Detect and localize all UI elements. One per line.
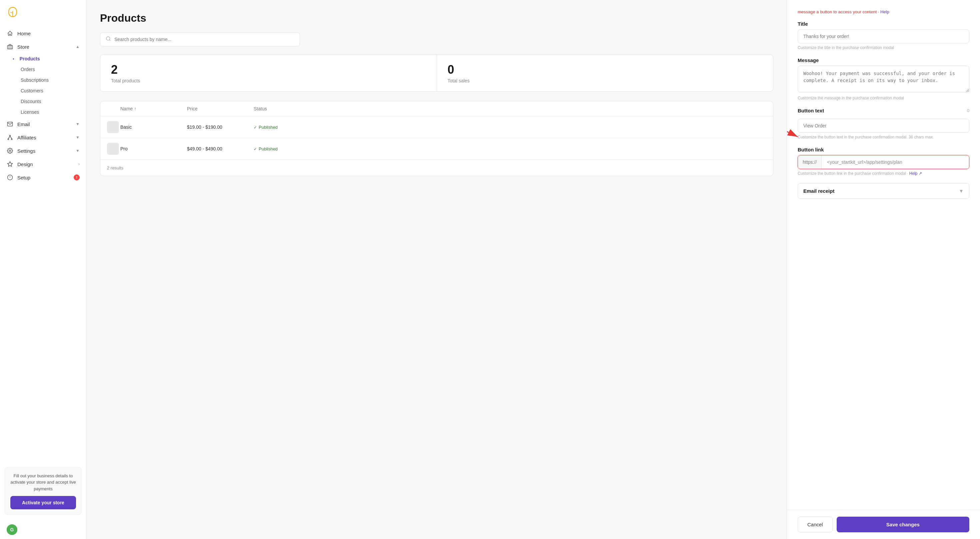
svg-point-3 xyxy=(11,139,12,140)
product-name-basic: Basic xyxy=(120,124,187,130)
activate-store-promo: Fill out your business details to activa… xyxy=(5,467,82,515)
settings-icon xyxy=(7,147,13,154)
store-icon xyxy=(7,43,13,50)
char-count: 0 xyxy=(967,108,969,113)
results-count: 2 results xyxy=(100,160,773,176)
total-sales-stat: 0 Total sales xyxy=(437,55,773,91)
svg-point-1 xyxy=(10,135,11,136)
svg-point-10 xyxy=(107,37,110,40)
svg-line-11 xyxy=(109,40,110,41)
logo-area xyxy=(0,0,86,24)
table-row: Pro $49.00 - $490.00 Published xyxy=(100,138,773,160)
email-receipt-header[interactable]: Email receipt ▼ xyxy=(798,183,969,198)
sidebar-item-licenses[interactable]: Licenses xyxy=(18,107,86,117)
message-textarea[interactable] xyxy=(798,66,969,92)
design-icon xyxy=(7,161,13,167)
sidebar-item-customers[interactable]: Customers xyxy=(18,85,86,96)
total-sales-label: Total sales xyxy=(448,78,763,83)
settings-chevron-icon: ▼ xyxy=(76,148,80,153)
product-name-pro: Pro xyxy=(120,146,187,151)
top-help-link[interactable]: Help xyxy=(880,10,889,14)
page-title: Products xyxy=(100,12,773,24)
product-status-basic: Published xyxy=(254,124,320,130)
sidebar-item-discounts[interactable]: Discounts xyxy=(18,96,86,107)
sidebar-item-store[interactable]: Store ▲ xyxy=(0,40,86,53)
svg-line-5 xyxy=(10,136,12,139)
url-prefix: https:// xyxy=(798,155,822,169)
main-content: Products 2 Total products 0 Total sales … xyxy=(87,0,787,539)
button-text-label: Button text xyxy=(798,108,824,113)
product-thumb-basic xyxy=(107,121,120,133)
sidebar-item-orders[interactable]: Orders xyxy=(18,64,86,75)
table-header: Name ↑ Price Status xyxy=(100,101,773,116)
status-badge-basic: Published xyxy=(254,125,278,130)
svg-rect-0 xyxy=(8,45,13,49)
message-hint: Customize the message in the purchase co… xyxy=(798,96,969,100)
sidebar-footer: G xyxy=(0,520,86,539)
total-sales-number: 0 xyxy=(448,63,763,77)
panel-top-hint: message a button to access your content … xyxy=(798,10,969,14)
email-icon xyxy=(7,121,13,128)
url-input-row: https:// xyxy=(798,155,969,169)
button-link-label: Button link xyxy=(798,147,969,152)
status-badge-pro: Published xyxy=(254,147,278,151)
save-changes-button[interactable]: Save changes xyxy=(837,517,969,532)
title-input[interactable] xyxy=(798,29,969,43)
total-products-stat: 2 Total products xyxy=(100,55,437,91)
user-avatar: G xyxy=(7,524,18,535)
sidebar-item-home[interactable]: Home xyxy=(0,27,86,40)
sidebar-item-design[interactable]: Design › xyxy=(0,158,86,171)
activate-store-button[interactable]: Activate your store xyxy=(10,496,76,509)
setup-badge: ! xyxy=(74,174,80,180)
sidebar: Home Store ▲ Products Orders Subscriptio… xyxy=(0,0,87,539)
button-link-help-link[interactable]: Help ↗ xyxy=(909,171,922,176)
product-thumb-pro xyxy=(107,143,120,155)
title-label: Title xyxy=(798,21,969,27)
email-chevron-icon: ▼ xyxy=(76,122,80,126)
panel-footer: Cancel Save changes xyxy=(787,510,980,539)
design-chevron-right-icon: › xyxy=(78,162,80,166)
right-panel: message a button to access your content … xyxy=(787,0,980,539)
search-icon xyxy=(106,36,111,43)
affiliates-icon xyxy=(7,134,13,141)
button-text-input[interactable] xyxy=(798,119,969,133)
email-label: Email xyxy=(18,121,72,127)
affiliates-label: Affiliates xyxy=(18,135,72,140)
search-input[interactable] xyxy=(115,37,294,42)
svg-point-2 xyxy=(8,139,9,140)
product-price-pro: $49.00 - $490.00 xyxy=(187,146,254,151)
button-link-input[interactable] xyxy=(822,155,969,169)
sidebar-item-setup[interactable]: Setup ! xyxy=(0,171,86,184)
col-status: Status xyxy=(254,106,320,112)
col-actions xyxy=(320,106,766,112)
product-price-basic: $19.00 - $190.00 xyxy=(187,124,254,130)
col-name[interactable]: Name ↑ xyxy=(120,106,187,112)
sidebar-item-products[interactable]: Products xyxy=(18,53,86,64)
email-receipt-label: Email receipt xyxy=(803,188,834,194)
email-receipt-chevron-icon: ▼ xyxy=(959,188,964,194)
svg-point-6 xyxy=(10,150,11,152)
button-link-hint: Customize the button link in the purchas… xyxy=(798,171,969,176)
total-products-label: Total products xyxy=(111,78,426,83)
stats-row: 2 Total products 0 Total sales xyxy=(100,54,773,92)
promo-text: Fill out your business details to activa… xyxy=(10,473,76,492)
sidebar-item-settings[interactable]: Settings ▼ xyxy=(0,144,86,158)
sidebar-navigation: Home Store ▲ Products Orders Subscriptio… xyxy=(0,24,86,462)
total-products-number: 2 xyxy=(111,63,426,77)
panel-content: message a button to access your content … xyxy=(787,0,980,510)
sidebar-item-email[interactable]: Email ▼ xyxy=(0,117,86,131)
sidebar-item-subscriptions[interactable]: Subscriptions xyxy=(18,75,86,85)
leaf-logo-icon xyxy=(7,6,19,18)
col-price: Price xyxy=(187,106,254,112)
setup-label: Setup xyxy=(18,175,70,180)
title-hint: Customize the title in the purchase conf… xyxy=(798,45,969,50)
button-link-form-group: Button link https:// Customize the butto… xyxy=(798,147,969,176)
svg-line-4 xyxy=(8,136,10,139)
store-label: Store xyxy=(18,44,72,50)
message-label: Message xyxy=(798,57,969,63)
affiliates-chevron-icon: ▼ xyxy=(76,135,80,140)
store-chevron-icon: ▲ xyxy=(76,45,80,49)
sidebar-item-affiliates[interactable]: Affiliates ▼ xyxy=(0,131,86,144)
settings-label: Settings xyxy=(18,148,72,154)
cancel-button[interactable]: Cancel xyxy=(798,517,833,532)
